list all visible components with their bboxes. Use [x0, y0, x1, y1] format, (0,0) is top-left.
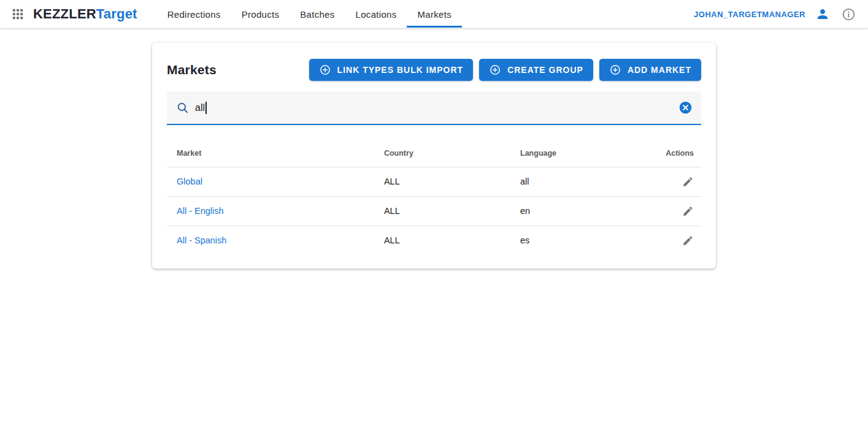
markets-table: Market Country Language Actions Global A…: [167, 140, 701, 255]
logo-primary: KEZZLER: [33, 6, 96, 21]
language-cell: all: [510, 167, 640, 196]
logo-secondary: Target: [96, 6, 137, 21]
top-navbar: KEZZLERTarget Redirections Products Batc…: [0, 0, 868, 29]
apps-grid-icon[interactable]: [9, 5, 27, 23]
country-cell: ALL: [374, 226, 510, 255]
table-row: All - Spanish ALL es: [167, 226, 701, 255]
nav-item-redirections[interactable]: Redirections: [157, 0, 231, 29]
create-group-button[interactable]: CREATE GROUP: [479, 59, 593, 81]
plus-circle-icon: [319, 64, 331, 76]
table-row: All - English ALL en: [167, 196, 701, 226]
column-header-country: Country: [374, 140, 510, 167]
page-title: Markets: [167, 63, 217, 77]
language-cell: en: [510, 196, 640, 226]
column-header-actions: Actions: [640, 140, 701, 167]
button-label: LINK TYPES BULK IMPORT: [337, 65, 464, 75]
market-link-all-spanish[interactable]: All - Spanish: [177, 235, 226, 245]
nav-item-products[interactable]: Products: [231, 0, 290, 29]
nav-item-batches[interactable]: Batches: [290, 0, 345, 29]
clear-search-icon[interactable]: [678, 101, 693, 115]
column-header-market: Market: [167, 140, 374, 167]
main-nav: Redirections Products Batches Locations …: [157, 0, 462, 29]
current-user-label[interactable]: JOHAN_TARGETMANAGER: [694, 10, 805, 19]
button-label: ADD MARKET: [628, 65, 691, 75]
search-value: all: [195, 102, 205, 113]
button-label: CREATE GROUP: [507, 65, 583, 75]
action-buttons: LINK TYPES BULK IMPORT CREATE GROUP: [309, 59, 701, 81]
user-icon[interactable]: [813, 4, 832, 24]
country-cell: ALL: [374, 167, 510, 196]
table-header-row: Market Country Language Actions: [167, 140, 701, 167]
nav-item-markets[interactable]: Markets: [407, 0, 461, 29]
app-logo[interactable]: KEZZLERTarget: [33, 6, 137, 22]
edit-pencil-icon[interactable]: [679, 202, 696, 219]
table-row: Global ALL all: [167, 167, 701, 196]
text-caret: [205, 102, 207, 114]
markets-card: Markets LINK TYPES BULK IMPORT: [152, 43, 716, 269]
market-link-global[interactable]: Global: [177, 177, 202, 186]
search-input[interactable]: all: [167, 91, 701, 125]
plus-circle-icon: [609, 64, 621, 76]
card-header: Markets LINK TYPES BULK IMPORT: [167, 59, 701, 81]
language-cell: es: [510, 226, 640, 255]
info-icon[interactable]: [839, 4, 858, 24]
search-icon: [176, 101, 190, 115]
edit-pencil-icon[interactable]: [679, 173, 696, 190]
page-content: Markets LINK TYPES BULK IMPORT: [0, 43, 868, 269]
add-market-button[interactable]: ADD MARKET: [599, 59, 701, 81]
link-types-bulk-import-button[interactable]: LINK TYPES BULK IMPORT: [309, 59, 474, 81]
market-link-all-english[interactable]: All - English: [177, 206, 224, 216]
edit-pencil-icon[interactable]: [679, 232, 696, 249]
plus-circle-icon: [489, 64, 501, 76]
column-header-language: Language: [510, 140, 640, 167]
nav-item-locations[interactable]: Locations: [345, 0, 407, 29]
country-cell: ALL: [374, 196, 510, 226]
